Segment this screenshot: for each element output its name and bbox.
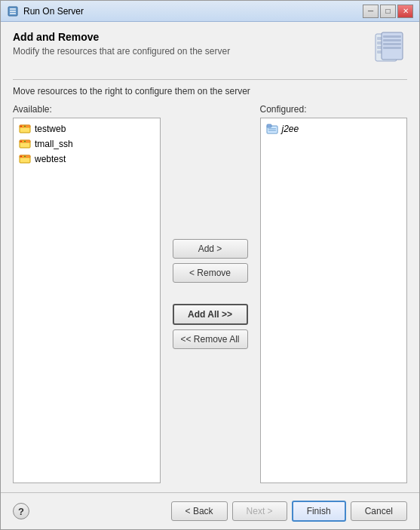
footer-left: ?	[13, 503, 29, 519]
back-button[interactable]: < Back	[171, 501, 228, 521]
window: Run On Server ─ □ ✕ Add and Remove Modif…	[0, 0, 420, 530]
svg-point-18	[24, 126, 26, 127]
svg-point-22	[23, 141, 24, 142]
title-bar-left: Run On Server	[7, 5, 84, 17]
project-icon	[266, 123, 278, 135]
maximize-button[interactable]: □	[380, 5, 396, 18]
header-server-icon	[371, 31, 407, 67]
remove-button[interactable]: < Remove	[173, 263, 248, 283]
available-label: Available:	[13, 104, 161, 115]
svg-rect-10	[383, 35, 401, 38]
transfer-area: Available: testweb	[13, 104, 407, 483]
svg-rect-31	[268, 128, 276, 130]
server-icon	[7, 5, 19, 17]
page-title: Add and Remove	[13, 31, 230, 43]
item-name: tmall_ssh	[35, 139, 73, 149]
instruction-text: Move resources to the right to configure…	[13, 86, 407, 97]
remove-all-button[interactable]: << Remove All	[173, 329, 248, 349]
svg-point-16	[20, 126, 22, 127]
list-item[interactable]: testweb	[17, 121, 157, 136]
help-button[interactable]: ?	[13, 503, 29, 519]
svg-point-26	[20, 156, 22, 158]
footer-right: < Back Next > Finish Cancel	[171, 501, 407, 522]
close-button[interactable]: ✕	[397, 5, 413, 18]
add-button[interactable]: Add >	[173, 239, 248, 259]
configured-list: j2ee	[260, 118, 408, 483]
svg-point-23	[24, 141, 26, 142]
web-icon	[19, 153, 31, 165]
list-item[interactable]: tmall_ssh	[17, 136, 157, 152]
next-button[interactable]: Next >	[232, 501, 287, 521]
page-subtitle: Modify the resources that are configured…	[13, 46, 230, 57]
minimize-button[interactable]: ─	[363, 5, 379, 18]
svg-rect-32	[268, 130, 276, 132]
main-content: Add and Remove Modify the resources that…	[1, 22, 419, 492]
list-item[interactable]: j2ee	[264, 121, 404, 136]
header-divider	[13, 79, 407, 80]
configured-label: Configured:	[260, 104, 408, 115]
cancel-button[interactable]: Cancel	[351, 501, 407, 521]
list-item[interactable]: webtest	[17, 152, 157, 167]
available-section: Available: testweb	[13, 104, 161, 483]
svg-point-27	[23, 156, 24, 158]
title-controls: ─ □ ✕	[363, 5, 413, 18]
footer: ? < Back Next > Finish Cancel	[1, 492, 419, 529]
item-name: testweb	[35, 124, 66, 134]
svg-rect-30	[267, 124, 271, 127]
title-bar: Run On Server ─ □ ✕	[1, 1, 419, 22]
svg-point-28	[24, 156, 26, 158]
svg-rect-2	[10, 11, 16, 12]
header-left: Add and Remove Modify the resources that…	[13, 31, 230, 57]
middle-buttons: Add > < Remove Add All >> << Remove All	[161, 104, 260, 483]
add-all-button[interactable]: Add All >>	[173, 304, 248, 325]
finish-button[interactable]: Finish	[292, 501, 346, 522]
web-icon	[19, 138, 31, 150]
web-icon	[19, 123, 31, 135]
svg-rect-12	[383, 43, 401, 45]
svg-point-17	[23, 126, 24, 127]
item-name: j2ee	[282, 124, 299, 134]
svg-rect-1	[10, 8, 16, 10]
window-title: Run On Server	[23, 6, 84, 17]
svg-point-21	[20, 141, 22, 142]
header-section: Add and Remove Modify the resources that…	[13, 31, 407, 67]
available-list: testweb tmall_ssh	[13, 118, 161, 483]
configured-section: Configured: j2ee	[260, 104, 408, 483]
svg-rect-13	[383, 47, 401, 49]
svg-rect-3	[10, 13, 16, 14]
svg-rect-11	[383, 39, 401, 41]
item-name: webtest	[35, 154, 66, 164]
